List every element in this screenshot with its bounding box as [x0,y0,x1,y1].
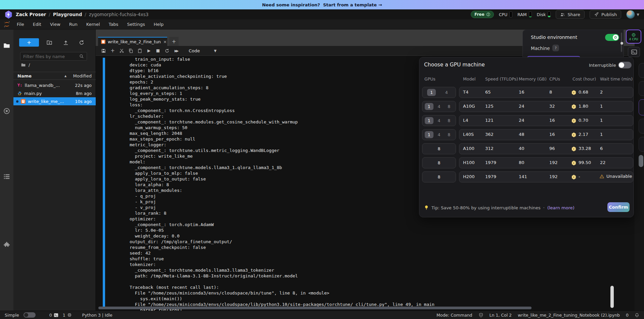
cpu-meter[interactable]: CPU [499,11,512,17]
gpu-memory: 80 [519,160,524,165]
menu-settings[interactable]: Settings [123,19,149,30]
rail-button-ghost[interactable] [639,137,644,152]
breadcrumb-root[interactable]: / [29,62,30,67]
column-modified[interactable]: Modified [73,73,92,78]
column-name[interactable]: Name [17,73,32,78]
file-browser-icon[interactable] [3,42,10,49]
terminals-count[interactable]: 0 [49,313,58,318]
table-of-contents-icon[interactable] [3,173,10,180]
gpu-count-option[interactable]: 8 [445,131,453,138]
menu-kernel[interactable]: Kernel [82,19,104,30]
gear-icon[interactable] [620,42,623,45]
breadcrumb-playground[interactable]: Playground [53,12,82,17]
plan-badge[interactable]: Free ⓘ [471,11,494,18]
gpu-count-option[interactable]: 1 [425,117,433,124]
gpu-count-option[interactable]: 4 [434,103,443,110]
stop-kernel-icon[interactable]: ■ [153,47,163,54]
banner-template-link[interactable]: Start from a template → [323,2,382,7]
menu-edit[interactable]: Edit [29,19,46,30]
gpu-count-selector[interactable]: 1 4 8 [422,101,456,112]
ram-meter[interactable]: RAM [517,11,532,17]
rail-button-ghost[interactable] [639,63,644,78]
save-icon[interactable] [99,47,108,54]
gpu-count-option[interactable]: 4 [434,131,443,138]
menu-run[interactable]: Run [65,19,82,30]
gpu-memory: 16 [519,90,524,95]
publish-button[interactable]: Publish [590,10,621,19]
bell-icon[interactable] [635,313,639,318]
running-kernels-icon[interactable] [3,107,10,115]
confirm-button[interactable]: Confirm [607,202,630,212]
rail-button-ghost[interactable] [639,81,644,96]
filter-files-input[interactable]: Filter files by name [20,52,87,61]
disk-meter[interactable]: Disk [537,11,551,17]
run-all-cells-icon[interactable]: ▶▶ [172,47,181,54]
interruptible-toggle[interactable] [618,62,632,68]
editor-mode[interactable]: Mode: Command [436,313,472,318]
vertical-scrollbar[interactable] [610,286,614,308]
tab-notebook[interactable]: write_like_me_2_Fine_tun × [98,37,167,46]
horizontal-scrollbar[interactable] [98,307,532,309]
selected-cell-bar[interactable] [103,58,105,307]
active-filename[interactable]: write_like_me_2_Fine_tuning_Notebook (2)… [518,313,620,318]
kernels-count[interactable]: 1 [63,313,72,318]
gpu-count-selector[interactable]: 1 4 [422,87,456,98]
avatar[interactable] [626,10,635,19]
paste-cell-icon[interactable] [135,47,144,54]
restart-kernel-icon[interactable] [163,47,172,54]
gpu-count-option[interactable]: 8 [424,146,454,151]
gpu-count-selector[interactable]: 8 [422,171,456,182]
file-row-llama-wandb[interactable]: Y: llama_wandb_... 22s ago [13,81,96,89]
machine-cpu-badge[interactable]: 4 CPU [626,30,641,44]
lightning-logo-icon[interactable] [5,10,12,19]
refresh-icon[interactable] [78,39,86,47]
menu-tabs[interactable]: Tabs [104,19,123,30]
studio-power-toggle[interactable]: ⏻ [605,34,619,41]
new-folder-icon[interactable] [45,39,53,47]
terminal-icon[interactable] [628,47,640,57]
menu-view[interactable]: View [46,19,65,30]
breadcrumb-project[interactable]: zygomorphic-fuchsia-4xs3 [89,12,148,17]
file-row-main-py[interactable]: main.py 8m ago [13,89,96,97]
menu-help[interactable]: Help [149,19,168,30]
gpu-count-option[interactable]: 8 [424,174,454,179]
gpu-count-selector[interactable]: 8 [422,157,456,168]
close-icon[interactable]: × [163,39,167,44]
gpu-count-option[interactable]: 1 [425,131,433,138]
gpu-count-option[interactable]: 4 [434,117,443,124]
rail-scrollbar-thumb[interactable] [639,155,643,167]
gpu-count-selector[interactable]: 1 4 8 [422,129,456,140]
gpu-count-selector[interactable]: 8 [422,143,456,154]
file-list-header[interactable]: Name ▲ Modified [13,72,96,80]
new-tab-button[interactable]: + [169,37,179,46]
rail-button-ghost[interactable] [639,119,644,134]
breadcrumb-user[interactable]: Zack Proser [16,12,46,17]
menu-file[interactable]: File [12,19,29,30]
rail-button-active-ghost[interactable] [639,99,644,115]
cell-type-dropdown[interactable]: Code ▼ [189,48,217,53]
upload-icon[interactable] [62,39,70,47]
share-button[interactable]: Share [556,10,585,19]
cut-cell-icon[interactable] [117,47,126,54]
gpu-count-option[interactable]: 1 [425,103,433,110]
simple-mode-toggle[interactable] [24,312,36,318]
run-cell-icon[interactable]: ▶ [144,47,153,54]
cursor-position[interactable]: Ln 1, Col 2 [490,313,512,318]
gpu-memory: 141 [519,174,527,179]
extensions-puzzle-icon[interactable] [3,242,10,249]
add-cell-icon[interactable]: + [108,47,117,54]
shield-x-icon[interactable] [478,313,484,318]
copy-cell-icon[interactable] [126,47,135,54]
gpu-count-option[interactable]: 1 [427,89,436,96]
new-launcher-button[interactable]: + [19,38,39,47]
kernel-status[interactable]: Python 3 | Idle [82,313,112,318]
gpu-count-option[interactable]: 8 [445,103,453,110]
gpu-count-option[interactable]: 8 [445,117,453,124]
file-row-write-like-me[interactable]: write_like_me_... 10s ago [13,97,96,105]
machine-help-icon[interactable]: ? [552,45,559,51]
gpu-count-option[interactable]: 4 [442,89,451,96]
learn-more-link[interactable]: (learn more) [547,205,574,210]
chevron-down-icon[interactable]: ▼ [637,13,639,16]
gpu-count-option[interactable]: 8 [424,160,454,165]
gpu-count-selector[interactable]: 1 4 8 [422,115,456,126]
